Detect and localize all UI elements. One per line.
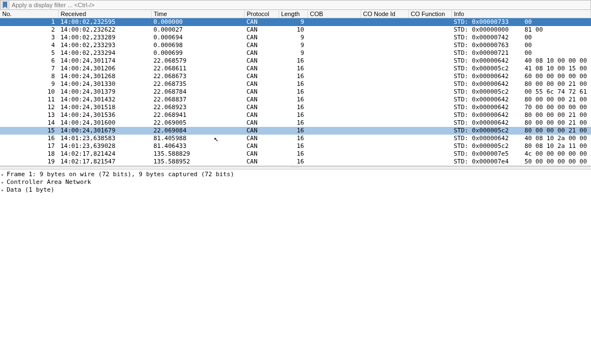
expand-arrow-icon[interactable]: ▸: [1, 178, 7, 186]
table-row[interactable]: 614:00:24,30117422.068579CAN16STD: 0x000…: [0, 57, 591, 65]
expand-arrow-icon[interactable]: ▸: [1, 186, 7, 194]
cell: [361, 150, 408, 158]
table-row[interactable]: 514:00:02,2332940.000699CAN9STD: 0x00000…: [0, 49, 591, 57]
cell-info: STD: 0x000007e450 00 00 00 00 00: [451, 158, 591, 166]
cell: [361, 80, 408, 88]
cell: 0.000000: [151, 18, 244, 27]
table-row[interactable]: 814:00:24,30126822.068673CAN16STD: 0x000…: [0, 73, 591, 80]
table-row[interactable]: 914:00:24,30133022.068735CAN16STD: 0x000…: [0, 80, 591, 88]
cell: 3: [0, 34, 58, 42]
table-row[interactable]: 1514:00:24,30167922.069084CAN16STD: 0x00…: [0, 127, 591, 135]
cell: [361, 88, 408, 96]
cell: 14:00:24,301432: [58, 96, 151, 104]
table-row[interactable]: 1214:00:24,30151822.068923CAN16STD: 0x00…: [0, 104, 591, 111]
cell: [361, 104, 408, 111]
cell-info: STD: 0x0000064270 00 00 00 00 00: [451, 104, 591, 111]
table-row[interactable]: 1714:01:23,63902881.406433CAN16STD: 0x00…: [0, 142, 591, 150]
table-row[interactable]: 214:00:02,2326220.000027CAN10STD: 0x0000…: [0, 26, 591, 34]
cell: 16: [279, 73, 307, 80]
cell: 16: [279, 142, 307, 150]
tree-item[interactable]: ▸ Frame 1: 9 bytes on wire (72 bits), 9 …: [0, 171, 591, 178]
cell: 15: [0, 127, 58, 135]
cell: 0.000694: [151, 34, 244, 42]
display-filter-input[interactable]: [9, 1, 590, 9]
table-row[interactable]: 1414:00:24,30160022.069005CAN16STD: 0x00…: [0, 119, 591, 127]
cell: [408, 65, 451, 73]
cell: 16: [279, 96, 307, 104]
col-header-length[interactable]: Length: [279, 10, 307, 18]
cell: [361, 57, 408, 65]
cell: [408, 49, 451, 57]
cell: 9: [279, 18, 307, 27]
tree-item[interactable]: ▸ Controller Area Network: [0, 178, 591, 186]
cell: [361, 142, 408, 150]
table-row[interactable]: 1314:00:24,30153622.068941CAN16STD: 0x00…: [0, 111, 591, 119]
col-header-protocol[interactable]: Protocol: [244, 10, 279, 18]
cell: 9: [279, 34, 307, 42]
col-header-no[interactable]: No.: [0, 10, 58, 18]
cell: 14:00:02,232622: [58, 26, 151, 34]
cell-info: STD: 0x000007e54c 00 00 00 00 00: [451, 150, 591, 158]
packet-table: No. Received Time Protocol Length COB CO…: [0, 10, 591, 166]
cell: [408, 18, 451, 27]
table-row[interactable]: 114:00:02,2325950.000000CAN9STD: 0x00000…: [0, 18, 591, 27]
cell: [307, 34, 361, 42]
cell-info: STD: 0x0000076300: [451, 42, 591, 49]
cell: 16: [279, 135, 307, 142]
cell-info: STD: 0x000005c241 08 10 00 15 00: [451, 65, 591, 73]
table-row[interactable]: 714:00:24,30120622.068611CAN16STD: 0x000…: [0, 65, 591, 73]
table-row[interactable]: 1914:02:17,821547135.588952CAN16STD: 0x0…: [0, 158, 591, 166]
cell: CAN: [244, 96, 279, 104]
cell: [361, 73, 408, 80]
cell: 22.068611: [151, 65, 244, 73]
cell: 16: [279, 158, 307, 166]
col-header-cob[interactable]: COB: [307, 10, 361, 18]
cell: CAN: [244, 150, 279, 158]
tree-label: Frame 1: 9 bytes on wire (72 bits), 9 by…: [7, 171, 234, 178]
cell: 16: [279, 119, 307, 127]
expand-arrow-icon[interactable]: ▸: [1, 171, 7, 178]
table-row[interactable]: 314:00:02,2332890.000694CAN9STD: 0x00000…: [0, 34, 591, 42]
cell: CAN: [244, 80, 279, 88]
cell: 16: [279, 111, 307, 119]
col-header-info[interactable]: Info: [451, 10, 591, 18]
col-header-cofunction[interactable]: CO Function: [408, 10, 451, 18]
cell: [361, 42, 408, 49]
col-header-received[interactable]: Received: [58, 10, 151, 18]
tree-label: Data (1 byte): [7, 186, 54, 194]
cell: 14:00:02,233289: [58, 34, 151, 42]
cell: [307, 158, 361, 166]
cell: 0.000027: [151, 26, 244, 34]
cell: 14: [0, 119, 58, 127]
cell: 10: [0, 88, 58, 96]
table-row[interactable]: 414:00:02,2332930.000698CAN9STD: 0x00000…: [0, 42, 591, 49]
cell: [408, 119, 451, 127]
cell-info: STD: 0x0000064280 00 00 00 21 00: [451, 119, 591, 127]
cell: [408, 88, 451, 96]
cell: [408, 42, 451, 49]
cell-info: STD: 0x0000064280 00 00 00 21 00: [451, 96, 591, 104]
cell: CAN: [244, 42, 279, 49]
cell: [307, 88, 361, 96]
table-row[interactable]: 1814:02:17,821424135.588829CAN16STD: 0x0…: [0, 150, 591, 158]
cell: [361, 119, 408, 127]
cell: [307, 96, 361, 104]
cell: [408, 73, 451, 80]
col-header-time[interactable]: Time: [151, 10, 244, 18]
col-header-conodeid[interactable]: CO Node Id: [361, 10, 408, 18]
table-row[interactable]: 1014:00:24,30137922.068784CAN16STD: 0x00…: [0, 88, 591, 96]
cell: 13: [0, 111, 58, 119]
cell: CAN: [244, 119, 279, 127]
table-row[interactable]: 1614:01:23,63858381.405988CAN16STD: 0x00…: [0, 135, 591, 142]
cell: 22.068673: [151, 73, 244, 80]
tree-item[interactable]: ▸ Data (1 byte): [0, 186, 591, 194]
bookmark-icon[interactable]: [1, 1, 9, 9]
cell: [361, 158, 408, 166]
cell: [408, 142, 451, 150]
cell: 135.588829: [151, 150, 244, 158]
cell: 22.069084: [151, 127, 244, 135]
packet-table-header[interactable]: No. Received Time Protocol Length COB CO…: [0, 10, 591, 18]
cell: 16: [279, 150, 307, 158]
table-row[interactable]: 1114:00:24,30143222.068837CAN16STD: 0x00…: [0, 96, 591, 104]
cell: [307, 135, 361, 142]
